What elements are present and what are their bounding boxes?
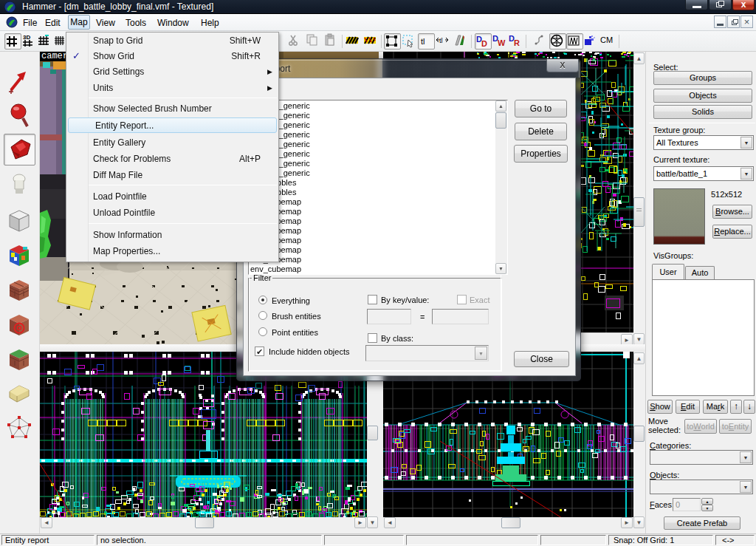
svg-text:CM: CM — [600, 35, 613, 44]
svg-text:W: W — [498, 38, 506, 47]
svg-text:tl: tl — [421, 37, 425, 46]
svg-text:tl: tl — [439, 37, 443, 44]
svg-text:3D: 3D — [23, 34, 30, 41]
svg-text:D: D — [481, 39, 487, 48]
svg-text:R: R — [514, 38, 520, 47]
